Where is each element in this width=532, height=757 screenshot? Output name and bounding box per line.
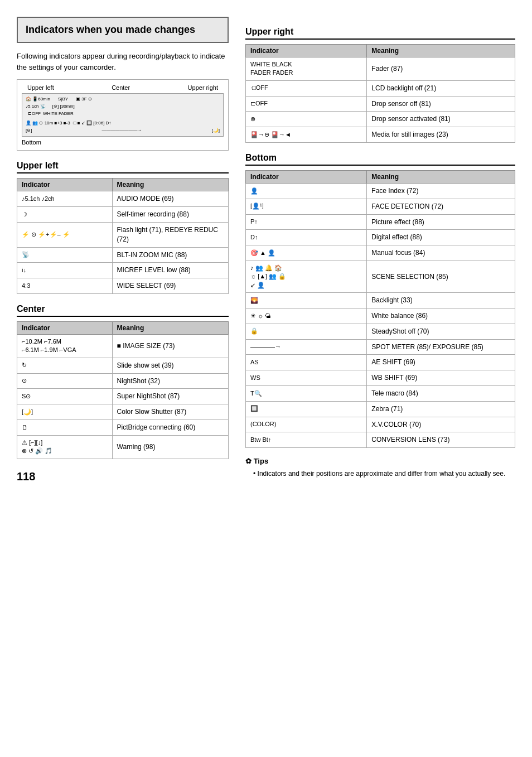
label-center: Center <box>112 84 130 91</box>
upper-left-table: Indicator Meaning ♪5.1ch ♪2chAUDIO MODE … <box>17 178 229 294</box>
table-row: ⊙NightShot (32) <box>17 373 229 389</box>
table-row: WSWB SHIFT (69) <box>246 370 515 386</box>
meaning-cell: Color Slow Shutter (87) <box>112 404 228 420</box>
table-row: ⚡ ⊙ ⚡+⚡– ⚡Flash light (71), REDEYE REDUC… <box>17 222 229 247</box>
label-upper-left: Upper left <box>27 84 54 91</box>
meaning-cell: Manual focus (84) <box>367 245 515 261</box>
table-row: P↑Picture effect (88) <box>246 214 515 230</box>
indicator-cell: Btw Bt↑ <box>246 432 367 448</box>
meaning-cell: Picture effect (88) <box>367 214 515 230</box>
c-col-meaning: Meaning <box>112 321 228 334</box>
table-row: ♪ 👥 🔔 🏠 ☼ [▲] 👥 🔒 ↙ 👤SCENE SELECTION (85… <box>246 261 515 292</box>
table-row: 4:3WIDE SELECT (69) <box>17 278 229 294</box>
meaning-cell: WIDE SELECT (69) <box>112 278 228 294</box>
indicator-cell: ⊏OFF <box>246 96 367 112</box>
indicator-cell: ⌐10.2M ⌐7.6M ⌐6.1M ⌐1.9M ⌐VGA <box>17 334 113 358</box>
center-table: Indicator Meaning ⌐10.2M ⌐7.6M ⌐6.1M ⌐1.… <box>17 321 229 459</box>
meaning-cell: SteadyShot off (70) <box>367 324 515 339</box>
indicator-cell: D↑ <box>246 230 367 245</box>
table-row: ASAE SHIFT (69) <box>246 355 515 370</box>
meaning-cell: Slide show set (39) <box>112 358 228 373</box>
table-row: T🔍Tele macro (84) <box>246 385 515 401</box>
c-col-indicator: Indicator <box>17 321 113 334</box>
meaning-cell: Self-timer recording (88) <box>112 207 228 223</box>
meaning-cell: SCENE SELECTION (85) <box>367 261 515 292</box>
table-row: 🔲Zebra (71) <box>246 401 515 417</box>
meaning-cell: ■ IMAGE SIZE (73) <box>112 334 228 358</box>
meaning-cell: X.V.COLOR (70) <box>367 417 515 432</box>
label-upper-right: Upper right <box>188 84 218 91</box>
b-col-indicator: Indicator <box>246 170 367 183</box>
meaning-cell: Tele macro (84) <box>367 385 515 401</box>
indicator-cell: (COLOR) <box>246 417 367 432</box>
indicator-cell: 📡 <box>17 247 113 263</box>
meaning-cell: Backlight (33) <box>367 293 515 308</box>
tips-icon: ✿ <box>245 457 252 465</box>
meaning-cell: Flash light (71), REDEYE REDUC (72) <box>112 222 228 247</box>
table-row: ⌐10.2M ⌐7.6M ⌐6.1M ⌐1.9M ⌐VGA■ IMAGE SIZ… <box>17 334 229 358</box>
meaning-cell: Zebra (71) <box>367 401 515 417</box>
ur-col-indicator: Indicator <box>246 45 367 57</box>
indicator-cell: WHITE BLACK FADER FADER <box>246 57 367 81</box>
indicator-cell: ⊙ <box>17 373 113 389</box>
b-col-meaning: Meaning <box>367 170 515 183</box>
indicator-cell: 🗋 <box>17 420 113 435</box>
camera-screen: 🏠 📱60min S|BY ▣ 3F ⊖ ♪5.1ch 📡 [⊙] [30min… <box>22 93 224 137</box>
tips-title: ✿ Tips <box>245 457 515 465</box>
upper-left-heading: Upper left <box>17 161 229 173</box>
indicator-cell: ·□OFF <box>246 80 367 96</box>
meaning-cell: AE SHIFT (69) <box>367 355 515 370</box>
intro-text: Following indicators appear during recor… <box>17 51 229 73</box>
indicator-cell: ☽ <box>17 207 113 223</box>
table-row: (COLOR)X.V.COLOR (70) <box>246 417 515 432</box>
meaning-cell: BLT-IN ZOOM MIC (88) <box>112 247 228 263</box>
upper-right-table: Indicator Meaning WHITE BLACK FADER FADE… <box>245 44 515 143</box>
table-row: 🎴→⊖ 🎴→◄Media for still images (23) <box>246 127 515 143</box>
table-row: ↻Slide show set (39) <box>17 358 229 373</box>
diagram-labels: Upper left Center Upper right <box>22 84 224 91</box>
indicator-cell: ♪ 👥 🔔 🏠 ☼ [▲] 👥 🔒 ↙ 👤 <box>246 261 367 292</box>
indicator-cell: 4:3 <box>17 278 113 294</box>
table-row: 👤Face Index (72) <box>246 183 515 199</box>
meaning-cell: Drop sensor off (81) <box>367 96 515 112</box>
indicator-cell: AS <box>246 355 367 370</box>
meaning-cell: Digital effect (88) <box>367 230 515 245</box>
table-row: ♪5.1ch ♪2chAUDIO MODE (69) <box>17 191 229 207</box>
bottom-heading: Bottom <box>245 153 515 166</box>
indicator-cell: i↓ <box>17 263 113 278</box>
table-row: ☽Self-timer recording (88) <box>17 207 229 223</box>
meaning-cell: WB SHIFT (69) <box>367 370 515 386</box>
table-row: Btw Bt↑CONVERSION LENS (73) <box>246 432 515 448</box>
bottom-label: Bottom <box>22 139 224 146</box>
meaning-cell: Warning (98) <box>112 435 228 459</box>
indicator-cell: 🎯 ▲ 👤 <box>246 245 367 261</box>
table-row: 🎯 ▲ 👤Manual focus (84) <box>246 245 515 261</box>
table-row: 🌄Backlight (33) <box>246 293 515 308</box>
page-title: Indicators when you made changes <box>26 23 220 36</box>
meaning-cell: AUDIO MODE (69) <box>112 191 228 207</box>
meaning-cell: Super NightShot (87) <box>112 389 228 404</box>
table-row: [👤¹]FACE DETECTION (72) <box>246 199 515 214</box>
indicator-cell: 🔒 <box>246 324 367 339</box>
ur-col-meaning: Meaning <box>367 45 515 57</box>
meaning-cell: NightShot (32) <box>112 373 228 389</box>
table-row: ⚠ [⌐][↓] ⊗ ↺ 🔊 🎵Warning (98) <box>17 435 229 459</box>
table-row: ————→SPOT METER (85)/ EXPOSURE (85) <box>246 339 515 355</box>
tips-bullet: • Indicators and their positions are app… <box>253 469 515 479</box>
meaning-cell: Drop sensor activated (81) <box>367 112 515 127</box>
table-row: [🌙]Color Slow Shutter (87) <box>17 404 229 420</box>
table-row: 📡BLT-IN ZOOM MIC (88) <box>17 247 229 263</box>
meaning-cell: SPOT METER (85)/ EXPOSURE (85) <box>367 339 515 355</box>
meaning-cell: White balance (86) <box>367 308 515 324</box>
table-row: 🔒SteadyShot off (70) <box>246 324 515 339</box>
bottom-table: Indicator Meaning 👤Face Index (72)[👤¹]FA… <box>245 170 515 448</box>
indicator-cell: 🌄 <box>246 293 367 308</box>
indicator-cell: 👤 <box>246 183 367 199</box>
meaning-cell: MICREF LEVEL low (88) <box>112 263 228 278</box>
table-row: S⊙Super NightShot (87) <box>17 389 229 404</box>
indicator-cell: P↑ <box>246 214 367 230</box>
table-row: WHITE BLACK FADER FADERFader (87) <box>246 57 515 81</box>
indicator-cell: 🎴→⊖ 🎴→◄ <box>246 127 367 143</box>
meaning-cell: Face Index (72) <box>367 183 515 199</box>
table-row: ·□OFFLCD backlight off (21) <box>246 80 515 96</box>
